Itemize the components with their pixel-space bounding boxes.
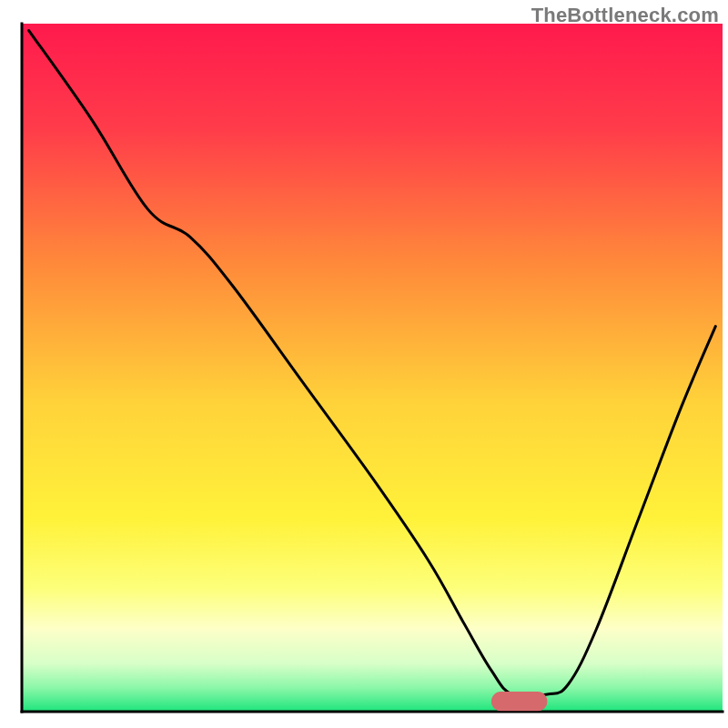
optimal-range-marker (491, 692, 548, 711)
bottleneck-chart (0, 0, 728, 728)
plot-background (22, 24, 723, 712)
chart-container: TheBottleneck.com (0, 0, 728, 728)
watermark-text: TheBottleneck.com (531, 4, 719, 27)
